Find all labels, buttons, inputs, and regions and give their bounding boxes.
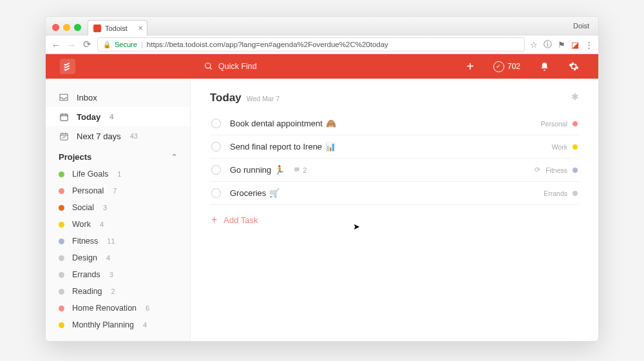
comment-count[interactable]: 2 <box>293 166 307 174</box>
todoist-extension-icon[interactable]: ◪ <box>571 40 579 50</box>
project-item[interactable]: Errands3 <box>46 266 190 283</box>
project-label: Work <box>72 220 91 229</box>
task-row[interactable]: Go running 🏃2⟳Fitness <box>210 159 579 182</box>
tab-title: Todoist <box>105 24 128 32</box>
project-count: 3 <box>103 204 107 211</box>
project-color-dot <box>59 171 64 177</box>
info-icon[interactable]: ⓘ <box>544 39 552 50</box>
view-options-icon[interactable]: ✱ <box>571 92 579 102</box>
calendar-today-icon <box>59 112 69 122</box>
task-checkbox[interactable] <box>211 142 221 151</box>
project-label: Home Renovation <box>72 304 137 313</box>
task-emoji-icon: 🙈 <box>326 119 336 128</box>
task-project-label: Fitness <box>545 166 567 174</box>
notifications-icon[interactable] <box>540 62 549 72</box>
address-bar[interactable]: 🔒 Secure | https://beta.todoist.com/app?… <box>97 37 525 52</box>
todoist-logo-icon[interactable] <box>60 59 75 74</box>
task-meta: Errands <box>544 190 578 197</box>
task-checkbox[interactable] <box>211 119 221 128</box>
main-content: ✱ Today Wed Mar 7 Book dental appointmen… <box>191 79 598 341</box>
favicon-icon <box>93 24 101 32</box>
project-item[interactable]: Life Goals1 <box>46 166 190 182</box>
search-icon <box>204 62 213 71</box>
sidebar: Inbox Today 4 Next 7 days 43 Projects ⌃ … <box>46 79 191 341</box>
chevron-up-icon[interactable]: ⌃ <box>171 153 177 161</box>
sidebar-item-next7days[interactable]: Next 7 days 43 <box>46 126 190 146</box>
project-label: Design <box>72 253 97 262</box>
projects-header[interactable]: Projects ⌃ <box>46 146 190 166</box>
add-task-button[interactable]: + Add Task <box>210 205 579 235</box>
view-title: Today Wed Mar 7 <box>210 92 579 104</box>
project-item[interactable]: Home Renovation6 <box>46 300 190 317</box>
page-title: Today <box>210 92 242 104</box>
back-icon[interactable]: ← <box>51 39 61 50</box>
project-label: Monthly Planning <box>72 320 134 329</box>
svg-rect-2 <box>60 114 67 121</box>
project-count: 2 <box>111 288 115 295</box>
corner-label: Doist <box>573 22 589 30</box>
karma-count: 702 <box>507 62 520 71</box>
recurring-icon: ⟳ <box>535 166 540 174</box>
task-emoji-icon: 🛒 <box>269 188 279 198</box>
project-label: Life Goals <box>72 170 108 179</box>
forward-icon[interactable]: → <box>66 39 77 50</box>
close-window-icon[interactable] <box>52 24 59 31</box>
sidebar-item-label: Next 7 days <box>77 132 121 141</box>
sidebar-item-count: 43 <box>130 132 138 140</box>
task-emoji-icon: 🏃 <box>274 165 285 175</box>
browser-tab[interactable]: Todoist × <box>88 20 147 35</box>
sidebar-item-today[interactable]: Today 4 <box>46 107 190 126</box>
project-item[interactable]: Fitness11 <box>46 233 190 249</box>
secure-label: Secure <box>115 41 137 48</box>
project-item[interactable]: Monthly Planning4 <box>46 317 190 333</box>
star-icon[interactable]: ☆ <box>530 40 538 50</box>
project-count: 6 <box>146 304 149 312</box>
project-count: 4 <box>100 220 104 228</box>
url-text: https://beta.todoist.com/app?lang=en#age… <box>147 41 388 48</box>
task-project-label: Personal <box>541 120 567 128</box>
search-placeholder: Quick Find <box>218 62 257 71</box>
project-count: 7 <box>113 187 117 195</box>
project-color-dot <box>573 121 578 126</box>
project-color-dot <box>573 144 578 150</box>
project-item[interactable]: Personal7 <box>46 182 190 199</box>
add-task-label: Add Task <box>223 215 258 225</box>
extension-icon[interactable]: ⚑ <box>558 40 565 50</box>
task-row[interactable]: Groceries 🛒Errands <box>210 182 579 205</box>
project-label: Personal <box>72 186 104 195</box>
menu-icon[interactable]: ⋮ <box>585 40 593 50</box>
project-count: 11 <box>107 237 115 245</box>
svg-point-0 <box>205 63 211 68</box>
project-color-dot <box>59 322 64 328</box>
window-controls[interactable] <box>46 24 88 35</box>
project-item[interactable]: Social3 <box>46 199 190 216</box>
gear-icon[interactable] <box>569 61 579 72</box>
toolbar-icons: ☆ ⓘ ⚑ ◪ ⋮ <box>530 39 593 50</box>
project-item[interactable]: Design4 <box>46 249 190 266</box>
app-header: Quick Find + ✓ 702 <box>46 54 598 79</box>
task-row[interactable]: Book dental appointment 🙈Personal <box>210 112 579 135</box>
task-text: Go running 🏃2 <box>230 165 535 175</box>
add-task-icon[interactable]: + <box>466 59 474 74</box>
project-item[interactable]: Work4 <box>46 216 190 233</box>
project-color-dot <box>59 306 64 311</box>
task-text: Groceries 🛒 <box>230 188 544 198</box>
project-label: Reading <box>72 287 102 296</box>
close-tab-icon[interactable]: × <box>138 23 143 33</box>
project-color-dot <box>59 205 64 211</box>
minimize-window-icon[interactable] <box>63 24 70 31</box>
plus-icon: + <box>211 214 217 226</box>
sidebar-item-label: Inbox <box>77 93 97 102</box>
task-text: Book dental appointment 🙈 <box>230 119 541 128</box>
task-emoji-icon: 📊 <box>325 142 336 151</box>
maximize-window-icon[interactable] <box>74 24 81 31</box>
project-item[interactable]: Reading2 <box>46 283 190 300</box>
sidebar-item-label: Today <box>77 112 100 122</box>
quick-find[interactable]: Quick Find <box>204 62 257 71</box>
reload-icon[interactable]: ⟳ <box>82 39 92 50</box>
task-checkbox[interactable] <box>211 165 221 175</box>
task-row[interactable]: Send final report to Irene 📊Work <box>210 135 579 159</box>
task-checkbox[interactable] <box>211 188 221 198</box>
karma-counter[interactable]: ✓ 702 <box>493 61 520 72</box>
sidebar-item-inbox[interactable]: Inbox <box>46 88 190 107</box>
